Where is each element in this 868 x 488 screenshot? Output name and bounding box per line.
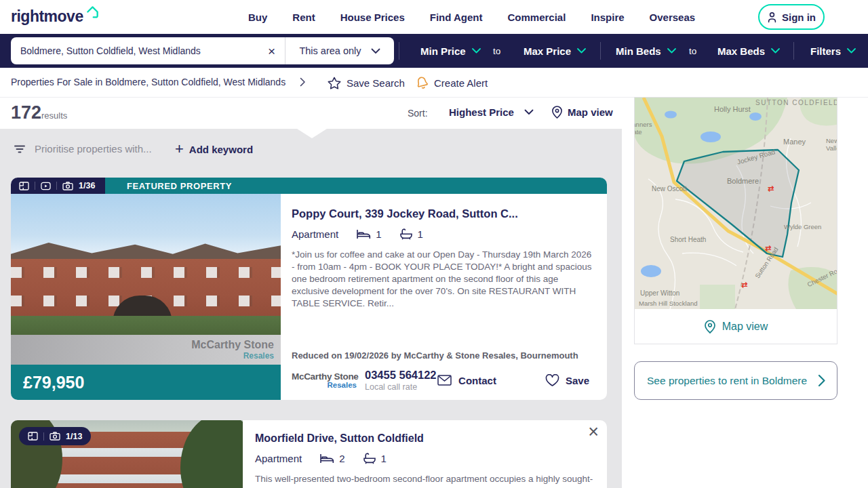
bed-icon — [356, 229, 371, 239]
keyword-bar: Prioritise properties with... + Add keyw… — [0, 142, 622, 166]
location-search[interactable]: × — [11, 37, 285, 64]
chevron-down-icon — [667, 48, 676, 54]
camera-icon — [62, 182, 73, 190]
filters-dropdown[interactable]: Filters — [810, 34, 856, 68]
prioritise-label: Prioritise properties with... — [35, 143, 152, 155]
min-beds-dropdown[interactable]: Min Beds — [616, 34, 676, 68]
agent-sub-brand: Resales — [292, 381, 357, 389]
bed-icon — [319, 453, 334, 464]
floorplan-icon — [19, 182, 29, 190]
map-preview-card: SUTTON COLDFIELD Holly Hurst Maney Jocke… — [634, 97, 837, 344]
divider — [399, 42, 399, 60]
contact-button[interactable]: Contact — [437, 375, 496, 386]
save-search-button[interactable]: Save Search — [328, 68, 405, 98]
house-icon — [85, 5, 100, 22]
price-to-label: to — [493, 34, 500, 68]
divider — [35, 182, 35, 190]
property-description: *Join us for coffee and cake at our Open… — [292, 249, 593, 310]
map-view-link[interactable]: Map view — [635, 309, 837, 344]
nav-item-find-agent[interactable]: Find Agent — [430, 12, 483, 23]
photo-windows — [11, 267, 281, 278]
max-beds-dropdown[interactable]: Max Beds — [717, 34, 780, 68]
save-property-button[interactable]: Save — [545, 374, 589, 387]
location-search-input[interactable] — [20, 45, 267, 56]
min-beds-label: Min Beds — [616, 45, 661, 57]
bath-icon — [363, 453, 376, 464]
see-rentals-button[interactable]: See properties to rent in Boldmere — [634, 361, 837, 400]
nav-item-overseas[interactable]: Overseas — [650, 12, 696, 23]
featured-banner: FEATURED PROPERTY — [105, 178, 607, 194]
beds-count: 1 — [376, 228, 381, 240]
min-price-label: Min Price — [420, 45, 466, 57]
media-badges: 1/36 — [11, 178, 105, 194]
add-keyword-button[interactable]: + Add keyword — [175, 142, 253, 157]
photo-watermark: McCarthy Stone Resales — [191, 339, 274, 361]
photo-count: 1/36 — [79, 181, 95, 190]
beds-count: 2 — [339, 453, 344, 464]
camera-icon — [50, 432, 60, 441]
chevron-down-icon — [771, 48, 780, 54]
add-keyword-label: Add keyword — [189, 144, 253, 155]
filter-lines-icon — [14, 144, 26, 155]
area-scope-dropdown[interactable]: This area only — [285, 37, 394, 64]
baths-count: 1 — [418, 228, 423, 240]
min-price-dropdown[interactable]: Min Price — [420, 34, 481, 68]
see-rentals-label: See properties to rent in Boldmere — [647, 375, 807, 387]
primary-nav: Buy Rent House Prices Find Agent Commerc… — [248, 0, 695, 34]
featured-card-header: 1/36 FEATURED PROPERTY — [11, 178, 607, 194]
divider — [43, 432, 44, 441]
featured-property-card[interactable]: 1/36 FEATURED PROPERTY McCarthy Stone Re… — [11, 178, 607, 400]
watermark-name: McCarthy Stone — [191, 339, 274, 351]
rightmove-logo[interactable]: rightmove — [11, 7, 100, 25]
divider — [56, 182, 57, 190]
chevron-down-icon — [371, 48, 380, 54]
save-label: Save — [566, 375, 589, 386]
baths-attribute: 1 — [399, 228, 423, 240]
sort-dropdown[interactable]: Highest Price — [449, 106, 534, 118]
nav-item-commercial[interactable]: Commercial — [508, 12, 566, 23]
map-view-link-label: Map view — [722, 321, 768, 333]
close-icon[interactable]: × — [588, 423, 599, 441]
bath-icon — [399, 228, 413, 240]
property-type: Apartment — [292, 228, 338, 240]
map-view-toggle[interactable]: Map view — [551, 105, 613, 119]
map-thumbnail[interactable]: SUTTON COLDFIELD Holly Hurst Maney Jocke… — [635, 98, 837, 309]
property-type: Apartment — [255, 453, 302, 464]
featured-photo-column[interactable]: McCarthy Stone Resales £79,950 — [11, 194, 281, 400]
nav-item-buy[interactable]: Buy — [248, 12, 267, 23]
property-title[interactable]: Moorfield Drive, Sutton Coldfield — [255, 432, 593, 445]
nav-item-house-prices[interactable]: House Prices — [340, 12, 405, 23]
agent-logo[interactable]: McCarthy Stone Resales — [292, 371, 357, 389]
chevron-down-icon — [577, 48, 586, 54]
property-price: £79,950 — [23, 373, 84, 392]
chevron-down-icon — [472, 48, 481, 54]
agent-phone[interactable]: 03455 564122 Local call rate — [365, 369, 437, 392]
video-icon — [41, 182, 51, 190]
create-alert-button[interactable]: Create Alert — [416, 68, 488, 98]
nav-item-rent[interactable]: Rent — [292, 12, 315, 23]
max-price-dropdown[interactable]: Max Price — [524, 34, 586, 68]
prioritise-properties-button[interactable]: Prioritise properties with... — [14, 143, 152, 155]
watermark-sub: Resales — [191, 351, 274, 361]
create-alert-label: Create Alert — [434, 77, 488, 89]
sign-in-button[interactable]: Sign in — [758, 4, 825, 30]
property-photo[interactable]: 1/13 — [11, 420, 243, 488]
property-photo[interactable]: McCarthy Stone Resales — [11, 194, 281, 365]
property-card[interactable]: 1/13 × Moorfield Drive, Sutton Coldfield… — [11, 420, 607, 488]
featured-banner-label: FEATURED PROPERTY — [127, 181, 232, 191]
beds-attribute: 1 — [356, 228, 381, 240]
filters-label: Filters — [810, 45, 841, 57]
beds-attribute: 2 — [319, 453, 344, 464]
breadcrumb[interactable]: Properties For Sale in Boldmere, Sutton … — [11, 77, 285, 87]
heart-icon — [545, 374, 559, 387]
clear-search-icon[interactable]: × — [267, 45, 277, 58]
max-beds-label: Max Beds — [717, 45, 765, 57]
photo-tree — [180, 420, 243, 488]
sign-in-label: Sign in — [782, 12, 816, 23]
search-box: × This area only — [11, 37, 394, 64]
reduced-date-line: Reduced on 19/02/2026 by McCarthy & Ston… — [292, 350, 593, 361]
property-title[interactable]: Poppy Court, 339 Jockey Road, Sutton C..… — [292, 207, 593, 220]
nav-item-inspire[interactable]: Inspire — [591, 12, 624, 23]
sort-label: Sort: — [408, 108, 428, 119]
area-scope-value: This area only — [299, 45, 361, 56]
